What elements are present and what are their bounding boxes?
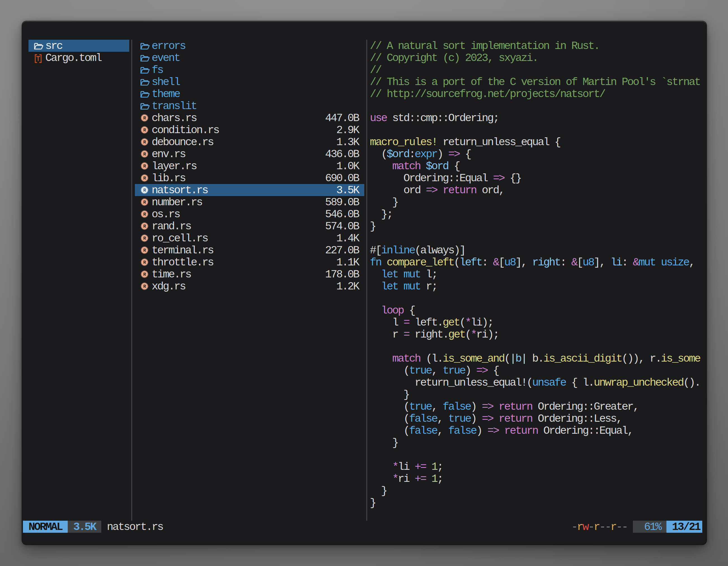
svg-text:R: R <box>143 284 146 289</box>
svg-text:R: R <box>143 152 146 157</box>
svg-text:R: R <box>143 224 146 229</box>
svg-text:R: R <box>143 140 146 145</box>
svg-text:R: R <box>143 128 146 133</box>
svg-text:R: R <box>143 116 146 121</box>
svg-text:R: R <box>143 248 146 253</box>
svg-text:R: R <box>143 260 146 265</box>
svg-text:R: R <box>143 164 146 169</box>
svg-text:R: R <box>143 236 146 241</box>
svg-text:R: R <box>143 188 146 193</box>
svg-text:R: R <box>143 200 146 205</box>
svg-text:R: R <box>143 212 146 217</box>
svg-text:R: R <box>143 176 146 181</box>
svg-text:R: R <box>143 272 146 277</box>
